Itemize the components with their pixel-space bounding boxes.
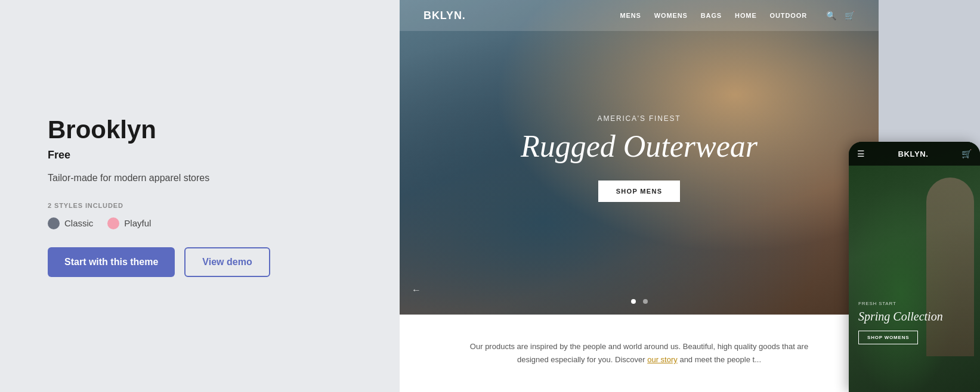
site-nav: MENS WOMENS BAGS HOME OUTDOOR 🔍 🛒 [620, 11, 855, 20]
carousel-controls: ← [400, 299, 879, 304]
mobile-hero-content: FRESH START Spring Collection SHOP WOMEN… [849, 301, 980, 344]
classic-label: Classic [64, 218, 93, 228]
nav-bags: BAGS [701, 12, 722, 19]
mobile-hamburger-icon: ☰ [857, 149, 865, 158]
site-logo: BKLYN. [423, 10, 466, 22]
hero-section: BKLYN. MENS WOMENS BAGS HOME OUTDOOR 🔍 🛒… [400, 0, 879, 316]
bottom-link[interactable]: our story [647, 355, 678, 364]
styles-label: 2 STYLES INCLUDED [48, 202, 352, 209]
start-theme-button[interactable]: Start with this theme [48, 247, 175, 277]
theme-price: Free [48, 149, 352, 161]
classic-dot [48, 217, 60, 229]
hero-content: AMERICA'S FINEST Rugged Outerwear SHOP M… [521, 114, 758, 202]
left-panel: Brooklyn Free Tailor-made for modern app… [0, 0, 400, 392]
cart-icon: 🛒 [845, 11, 855, 20]
nav-icons: 🔍 🛒 [826, 11, 855, 20]
right-panel: BKLYN. MENS WOMENS BAGS HOME OUTDOOR 🔍 🛒… [400, 0, 980, 392]
desktop-preview: BKLYN. MENS WOMENS BAGS HOME OUTDOOR 🔍 🛒… [400, 0, 879, 392]
nav-womens: WOMENS [654, 12, 688, 19]
mobile-inner: ☰ BKLYN. 🛒 FRESH START Spring Collection… [849, 142, 980, 392]
style-option-playful[interactable]: Playful [107, 217, 151, 229]
mobile-hero-subtitle: FRESH START [858, 301, 970, 306]
buttons-row: Start with this theme View demo [48, 247, 352, 277]
bottom-text-end: and meet the people t... [679, 355, 761, 364]
carousel-arrow-left: ← [412, 285, 421, 295]
bottom-section: Our products are inspired by the people … [400, 315, 879, 392]
hero-cta-button[interactable]: SHOP MENS [598, 181, 681, 202]
mobile-logo: BKLYN. [898, 150, 928, 158]
carousel-dot-2 [643, 299, 648, 304]
mobile-hero-title: Spring Collection [858, 310, 970, 323]
styles-row: Classic Playful [48, 217, 352, 229]
carousel-dot-1 [631, 299, 636, 304]
theme-description: Tailor-made for modern apparel stores [48, 171, 352, 185]
nav-mens: MENS [620, 12, 641, 19]
mobile-hero-btn: SHOP WOMENS [858, 331, 918, 344]
mobile-cart-icon: 🛒 [962, 149, 972, 158]
nav-outdoor: OUTDOOR [770, 12, 807, 19]
theme-title: Brooklyn [48, 116, 352, 144]
playful-dot [107, 217, 119, 229]
view-demo-button[interactable]: View demo [184, 247, 270, 277]
mobile-header: ☰ BKLYN. 🛒 [849, 142, 980, 166]
nav-home: HOME [735, 12, 757, 19]
style-option-classic[interactable]: Classic [48, 217, 93, 229]
mobile-preview: ☰ BKLYN. 🛒 FRESH START Spring Collection… [849, 142, 980, 392]
hero-subtitle: AMERICA'S FINEST [521, 114, 758, 123]
playful-label: Playful [124, 218, 151, 228]
search-icon: 🔍 [826, 11, 836, 20]
site-header: BKLYN. MENS WOMENS BAGS HOME OUTDOOR 🔍 🛒 [400, 0, 879, 31]
bottom-text: Our products are inspired by the people … [460, 340, 818, 366]
hero-title: Rugged Outerwear [521, 129, 758, 164]
